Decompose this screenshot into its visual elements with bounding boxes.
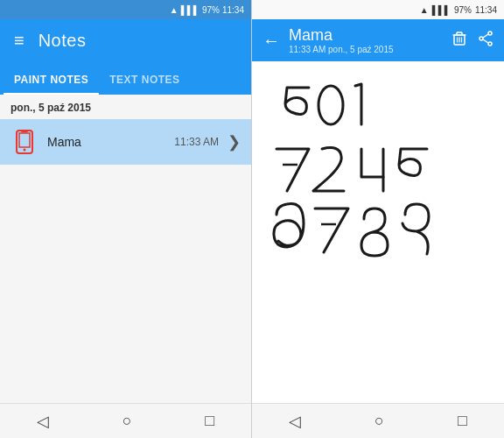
delete-button[interactable] [452,31,467,51]
right-note-subtitle: 11:33 AM pon., 5 paź 2015 [289,45,443,54]
signal-icon: ▌▌▌ [181,5,200,15]
right-panel: ▲ ▌▌▌ 97% 11:34 ← Mama 11:33 AM pon., 5 … [252,0,504,438]
svg-line-16 [483,39,488,43]
svg-point-13 [480,37,483,40]
battery-label: 97% [202,5,220,15]
right-signal-icon: ▌▌▌ [432,5,451,15]
svg-point-2 [24,149,26,152]
note-title: Mama [47,135,81,149]
app-title: Notes [38,31,87,51]
time-display: 11:34 [222,5,244,15]
right-menu-nav-button[interactable]: □ [458,412,467,430]
header-actions [452,31,494,51]
svg-line-15 [483,34,488,38]
canvas-area [252,61,504,403]
svg-point-12 [488,32,492,35]
handwriting-svg [252,61,504,403]
note-content: Mama 11:33 AM [47,135,219,149]
right-time-display: 11:34 [475,5,497,15]
tab-paint-notes[interactable]: PAINT NOTES [4,67,99,95]
home-nav-button[interactable]: ○ [122,412,132,430]
right-note-title: Mama [289,26,443,45]
back-nav-button[interactable]: ◁ [37,412,49,431]
tabs-bar: PAINT NOTES TEXT NOTES [0,61,251,95]
back-button[interactable]: ← [262,31,280,51]
right-status-bar: ▲ ▌▌▌ 97% 11:34 [252,0,504,19]
wifi-icon: ▲ [170,5,178,15]
right-header: ← Mama 11:33 AM pon., 5 paź 2015 [252,19,504,61]
note-list-item[interactable]: Mama 11:33 AM ❯ [0,119,251,165]
svg-rect-1 [19,133,30,147]
left-status-icons: ▲ ▌▌▌ 97% 11:34 [170,5,244,15]
left-panel: ▲ ▌▌▌ 97% 11:34 ≡ Notes PAINT NOTES TEXT… [0,0,252,438]
right-nav-bar: ◁ ○ □ [252,403,504,438]
date-header: pon., 5 paź 2015 [0,95,251,117]
app-header: ≡ Notes [0,19,251,61]
chevron-right-icon: ❯ [228,132,241,152]
right-back-nav-button[interactable]: ◁ [289,412,301,431]
note-icon [10,128,38,156]
note-time: 11:33 AM [174,136,219,148]
svg-point-17 [318,86,343,124]
right-wifi-icon: ▲ [420,5,429,15]
note-row: Mama 11:33 AM [47,135,219,149]
hamburger-icon[interactable]: ≡ [14,31,24,51]
share-button[interactable] [478,31,494,51]
menu-nav-button[interactable]: □ [205,412,214,430]
tab-text-notes[interactable]: TEXT NOTES [99,67,190,95]
left-status-bar: ▲ ▌▌▌ 97% 11:34 [0,0,251,19]
phone-icon [12,130,37,154]
right-home-nav-button[interactable]: ○ [374,412,384,430]
right-title-block: Mama 11:33 AM pon., 5 paź 2015 [289,26,443,54]
left-nav-bar: ◁ ○ □ [0,403,251,438]
right-battery-label: 97% [454,5,472,15]
svg-point-14 [488,42,492,46]
